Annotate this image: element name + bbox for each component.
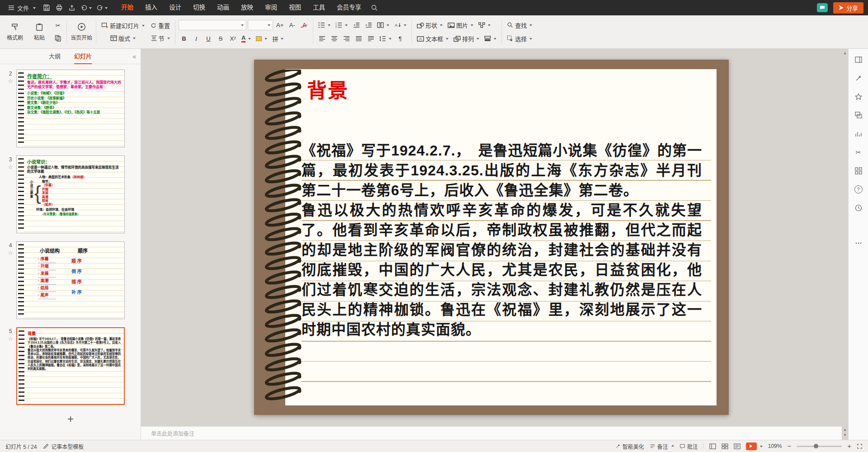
align-left-button[interactable]: [316, 33, 327, 44]
normal-view-button[interactable]: [709, 443, 716, 449]
slide-thumbnail-3[interactable]: 小说常识： 小说是一种通过人物、情节和环境的具体描写来反映现实生活的文学体裁 人…: [16, 155, 125, 233]
help-icon[interactable]: ?: [853, 184, 864, 195]
clear-format-button[interactable]: A: [299, 20, 310, 31]
underline-button[interactable]: U: [203, 33, 214, 44]
undo-button[interactable]: [79, 2, 93, 13]
tab-tools[interactable]: 工具: [307, 0, 331, 15]
align-right-button[interactable]: [341, 33, 352, 44]
tab-membership[interactable]: 会员专享: [331, 0, 367, 15]
comments-button[interactable]: 批注: [679, 443, 698, 450]
history-clock-icon[interactable]: [853, 202, 864, 213]
tab-view[interactable]: 视图: [283, 0, 307, 15]
tab-review[interactable]: 审阅: [259, 0, 283, 15]
zoom-slider[interactable]: [797, 446, 842, 447]
zoom-out-button[interactable]: −: [787, 443, 791, 450]
align-center-button[interactable]: [329, 33, 340, 44]
arrange-button[interactable]: 排列: [452, 33, 481, 44]
scroll-up-icon[interactable]: ▲: [843, 51, 847, 56]
align-justify-button[interactable]: [353, 33, 364, 44]
font-family-select[interactable]: [179, 20, 246, 30]
beautify-wand-icon[interactable]: [853, 73, 864, 84]
highlight-color-button[interactable]: [254, 33, 269, 44]
cut-tool-icon[interactable]: ✂: [853, 147, 864, 158]
paragraph-settings-button[interactable]: ¶: [395, 33, 406, 44]
columns-button[interactable]: [375, 20, 391, 31]
favorite-star-icon[interactable]: ☆: [8, 250, 13, 256]
favorite-star-icon[interactable]: ☆: [8, 78, 13, 85]
find-button[interactable]: 查找: [505, 20, 534, 31]
cut-button[interactable]: ✂: [52, 20, 63, 31]
slides-stack-icon[interactable]: [853, 110, 864, 121]
add-slide-button[interactable]: +: [67, 413, 74, 425]
slide-thumbnail-4[interactable]: 小说结构 顺序 序幕 开端 发展 高潮 结局 尾声: [16, 241, 125, 319]
tab-insert[interactable]: 插入: [139, 0, 163, 15]
favorite-star-icon[interactable]: ☆: [8, 335, 13, 342]
layout-button[interactable]: 版式: [99, 33, 146, 44]
superscript-button[interactable]: X²: [227, 33, 238, 44]
font-size-select[interactable]: [248, 20, 273, 30]
collapse-panel-icon[interactable]: «: [132, 53, 136, 60]
previous-slide-icon[interactable]: ▲: [843, 427, 847, 433]
slide-thumbnail-5-selected[interactable]: 背景 《祝福》写于1924.2.7.， 是鲁迅短篇小说集《彷徨》的第一篇，最初发…: [16, 327, 125, 405]
chart-icon[interactable]: [853, 128, 864, 139]
picture-button[interactable]: 图片: [446, 20, 475, 31]
share-button[interactable]: 分享: [833, 2, 863, 14]
shapes-button[interactable]: 形状: [415, 20, 444, 31]
print-button[interactable]: [54, 2, 65, 13]
slide-canvas[interactable]: 背景 《祝福》写于1924.2.7.， 是鲁迅短篇小说集《彷徨》的第一篇，最初发…: [141, 49, 842, 426]
slide-sorter-view-button[interactable]: [722, 443, 728, 449]
smartart-button[interactable]: [476, 20, 492, 31]
text-direction-button[interactable]: A: [392, 20, 408, 31]
redo-button[interactable]: [95, 2, 109, 13]
slide-title-text[interactable]: 背景: [307, 75, 349, 104]
strikethrough-button[interactable]: S: [215, 33, 226, 44]
textbox-button[interactable]: A文本框: [415, 33, 450, 44]
more-options-icon[interactable]: [853, 238, 864, 249]
favorite-star-icon[interactable]: ☆: [8, 164, 13, 170]
next-slide-icon[interactable]: ▼: [843, 433, 847, 438]
tab-outline[interactable]: 大纲: [49, 49, 61, 64]
collaboration-icon[interactable]: [817, 3, 828, 12]
section-button[interactable]: 节: [148, 33, 172, 44]
panel-layout-icon[interactable]: [853, 54, 864, 65]
decrease-indent-button[interactable]: [351, 20, 362, 31]
pinyin-button[interactable]: 拼: [270, 33, 285, 44]
search-icon[interactable]: [369, 2, 380, 13]
italic-button[interactable]: I: [191, 33, 202, 44]
tab-transition[interactable]: 切换: [187, 0, 211, 15]
quick-style-button[interactable]: [482, 33, 498, 44]
file-menu[interactable]: 文件: [5, 0, 39, 15]
slide-editor[interactable]: 背景 《祝福》写于1924.2.7.， 是鲁迅短篇小说集《彷徨》的第一篇，最初发…: [254, 60, 729, 415]
play-from-current-button[interactable]: 当页开始: [70, 17, 93, 47]
zoom-in-button[interactable]: +: [847, 443, 851, 450]
reset-button[interactable]: 重置: [148, 20, 172, 31]
font-color-button[interactable]: A: [240, 33, 253, 44]
numbered-list-button[interactable]: 123: [334, 20, 349, 31]
bold-button[interactable]: B: [179, 33, 189, 44]
slide-body-text[interactable]: 《祝福》写于1924.2.7.， 是鲁迅短篇小说集《彷徨》的第一篇，最初发表于1…: [302, 141, 702, 339]
template-info[interactable]: 记事本型模板: [43, 443, 84, 450]
select-button[interactable]: 选择: [505, 33, 534, 44]
slideshow-play-button[interactable]: [746, 443, 763, 450]
reading-view-button[interactable]: [734, 443, 741, 449]
increase-indent-button[interactable]: [363, 20, 374, 31]
bullet-list-button[interactable]: [316, 20, 332, 31]
export-button[interactable]: [66, 2, 77, 13]
notes-toggle-button[interactable]: 备注: [650, 443, 674, 450]
paste-button[interactable]: 粘贴: [28, 17, 51, 47]
vertical-scrollbar[interactable]: ▲ ▲ ▼: [842, 49, 848, 440]
slide-thumbnail-2[interactable]: 作者简介： 鲁迅，原名周树人，字豫才，浙江绍兴人。我国现代伟大的无产阶级文学家、…: [16, 70, 125, 147]
apps-grid-icon[interactable]: [853, 165, 864, 176]
increase-font-button[interactable]: A+: [274, 20, 285, 31]
copy-button[interactable]: [52, 33, 63, 44]
tab-animation[interactable]: 动画: [211, 0, 235, 15]
distribute-text-button[interactable]: [365, 33, 376, 44]
save-button[interactable]: [41, 2, 52, 13]
zoom-slider-handle[interactable]: [814, 444, 818, 448]
line-spacing-button[interactable]: [377, 33, 393, 44]
tab-slideshow[interactable]: 放映: [235, 0, 259, 15]
fit-slide-button[interactable]: [857, 443, 863, 449]
tab-design[interactable]: 设计: [163, 0, 187, 15]
decrease-font-button[interactable]: A-: [287, 20, 297, 31]
format-painter-button[interactable]: 格式刷: [4, 17, 26, 47]
